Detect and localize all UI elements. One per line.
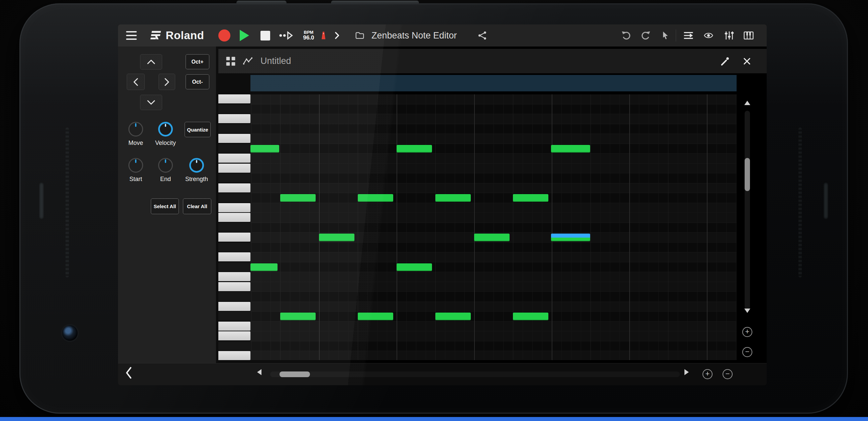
visibility-button[interactable] [701, 24, 716, 47]
midi-note[interactable] [435, 313, 471, 320]
zoom-out-horizontal-button[interactable] [722, 369, 733, 379]
midi-note[interactable] [358, 313, 393, 320]
piano-key[interactable] [218, 153, 250, 163]
midi-note[interactable] [397, 145, 432, 152]
piano-view-button[interactable] [741, 24, 757, 47]
zoom-in-horizontal-button[interactable] [703, 369, 713, 379]
clip-title[interactable]: Untitled [260, 49, 347, 73]
piano-key[interactable] [218, 272, 250, 281]
step-advance-icon [278, 30, 294, 41]
pointer-tool-button[interactable] [658, 24, 673, 47]
step-advance-button[interactable] [277, 24, 295, 47]
midi-note[interactable] [250, 145, 279, 152]
roland-logo-icon [149, 30, 163, 41]
automation-view-button[interactable] [680, 24, 696, 47]
midi-note[interactable] [513, 194, 548, 202]
bpm-label: BPM [304, 30, 314, 35]
quantize-button[interactable]: Quantize [185, 122, 211, 137]
timeline-ruler[interactable] [250, 75, 737, 91]
piano-key[interactable] [218, 164, 250, 173]
octave-minus-button[interactable]: Oct- [186, 74, 209, 89]
grid-line [329, 94, 329, 360]
scroll-down-icon[interactable] [744, 309, 750, 313]
piano-key[interactable] [218, 134, 250, 143]
grid-view-button[interactable] [223, 49, 239, 73]
undo-button[interactable] [619, 24, 633, 47]
midi-note[interactable] [319, 233, 354, 241]
record-button[interactable] [218, 24, 231, 47]
midi-note[interactable] [513, 313, 548, 320]
midi-note[interactable] [280, 313, 316, 320]
close-editor-button[interactable] [739, 49, 755, 73]
scroll-up-icon[interactable] [744, 101, 750, 105]
piano-key[interactable] [218, 282, 250, 291]
midi-note[interactable] [397, 263, 432, 271]
scroll-right-icon[interactable] [684, 369, 689, 375]
octave-plus-button[interactable]: Oct+ [186, 54, 209, 69]
piano-key[interactable] [218, 223, 250, 232]
note-editor-mode-button[interactable] [240, 49, 255, 73]
piano-key[interactable] [218, 105, 250, 113]
piano-key[interactable] [218, 114, 250, 123]
piano-key[interactable] [218, 173, 250, 183]
piano-key[interactable] [218, 351, 250, 360]
piano-key[interactable] [218, 302, 250, 311]
piano-key[interactable] [218, 232, 250, 242]
redo-button[interactable] [638, 24, 653, 47]
piano-key[interactable] [218, 193, 250, 202]
back-button[interactable] [124, 366, 133, 380]
bpm-display[interactable]: BPM 96.0 [298, 24, 319, 47]
end-knob[interactable] [158, 158, 173, 173]
midi-note[interactable] [435, 194, 471, 202]
piano-key[interactable] [218, 312, 250, 320]
scroll-left-icon[interactable] [257, 369, 261, 375]
mixer-button[interactable] [721, 24, 737, 47]
menu-icon[interactable] [124, 24, 139, 47]
piano-key[interactable] [218, 341, 250, 350]
strength-knob[interactable] [189, 158, 204, 173]
clear-all-button[interactable]: Clear All [183, 198, 211, 214]
octave-down-icon[interactable] [140, 95, 162, 110]
piano-key[interactable] [218, 184, 250, 192]
open-file-button[interactable] [352, 24, 368, 47]
midi-note[interactable] [474, 233, 509, 241]
piano-key[interactable] [218, 144, 250, 153]
zoom-out-vertical-button[interactable] [742, 347, 752, 357]
stop-button[interactable] [258, 24, 272, 47]
share-button[interactable] [476, 24, 489, 47]
select-all-button[interactable]: Select All [151, 198, 179, 214]
midi-note[interactable] [250, 263, 278, 271]
vertical-scrollbar-handle[interactable] [745, 158, 750, 191]
piano-key[interactable] [218, 243, 250, 252]
octave-up-icon[interactable] [140, 54, 162, 69]
move-knob[interactable] [128, 122, 143, 137]
midi-note[interactable] [551, 145, 590, 152]
piano-key[interactable] [218, 94, 250, 104]
metronome-icon[interactable] [320, 24, 327, 47]
folder-icon [354, 30, 366, 40]
midi-note[interactable] [358, 194, 393, 202]
nudge-left-icon[interactable] [127, 74, 145, 90]
piano-key[interactable] [218, 262, 250, 272]
nudge-right-icon[interactable] [158, 74, 175, 90]
piano-key[interactable] [218, 321, 250, 331]
piano-key[interactable] [218, 124, 250, 133]
zoom-in-vertical-button[interactable] [742, 327, 752, 337]
vertical-scrollbar-track[interactable] [745, 111, 750, 310]
piano-key[interactable] [218, 292, 250, 301]
horizontal-scrollbar-handle[interactable] [280, 371, 310, 377]
midi-note-selected[interactable] [551, 233, 590, 241]
piano-key[interactable] [218, 213, 250, 222]
note-grid[interactable] [250, 94, 737, 360]
piano-key[interactable] [218, 331, 250, 340]
piano-key[interactable] [218, 203, 250, 212]
horizontal-scrollbar-track[interactable] [270, 371, 680, 377]
midi-note[interactable] [280, 194, 316, 202]
velocity-knob[interactable] [158, 122, 173, 137]
velocity-knob-label: Velocity [152, 140, 179, 147]
piano-key[interactable] [218, 252, 250, 261]
play-button[interactable] [238, 24, 251, 47]
start-knob[interactable] [128, 158, 143, 173]
transport-expand-button[interactable] [331, 24, 343, 47]
wand-tool-button[interactable] [717, 49, 733, 73]
